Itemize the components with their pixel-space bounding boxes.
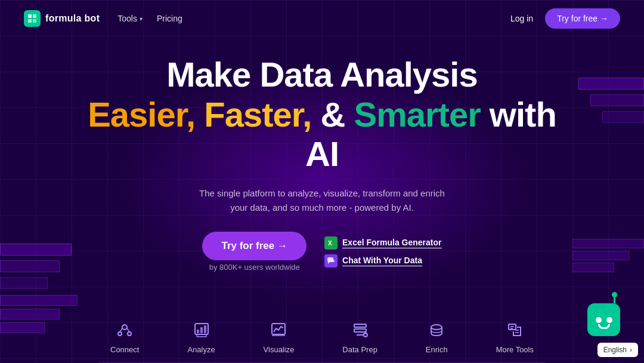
svg-rect-17: [272, 324, 285, 334]
robot-mouth: [598, 324, 610, 329]
svg-line-11: [120, 328, 122, 332]
robot-eye-right: [606, 317, 612, 323]
connect-icon: [117, 322, 132, 342]
data-prep-icon: [352, 322, 368, 342]
chat-data-label: Chat With Your Data: [342, 256, 422, 266]
nav-links: Tools ▾ Pricing: [117, 14, 182, 23]
hero-section: Make Data Analysis Easier, Faster, & Sma…: [0, 37, 644, 272]
svg-point-8: [122, 325, 127, 330]
chat-icon: [324, 254, 338, 267]
nav-try-button[interactable]: Try for free →: [545, 8, 620, 29]
robot-antenna: [614, 294, 615, 303]
users-text: by 800K+ users worldwide: [202, 263, 306, 272]
logo[interactable]: formula bot: [24, 10, 100, 27]
svg-point-9: [118, 332, 122, 336]
tab-visualize[interactable]: Visualize: [252, 316, 306, 362]
hero-title-ai: AI: [305, 134, 339, 173]
nav-left: formula bot Tools ▾ Pricing: [24, 10, 182, 27]
chat-data-link[interactable]: Chat With Your Data: [324, 254, 422, 267]
language-selector[interactable]: English ›: [597, 343, 638, 357]
feature-links: X Excel Formula Generator Chat With Your…: [324, 236, 442, 267]
svg-rect-16: [204, 325, 206, 333]
hero-title-line1: Make Data Analysis: [166, 55, 477, 94]
robot-eye-left: [596, 317, 602, 323]
excel-icon: X: [324, 236, 338, 250]
tab-analyze-label: Analyze: [187, 345, 215, 354]
cta-row: Try for free → by 800K+ users worldwide …: [12, 232, 632, 272]
analyze-icon: [194, 322, 209, 342]
language-label: English: [603, 346, 627, 354]
login-button[interactable]: Log in: [510, 14, 533, 23]
hero-title-connector: &: [320, 95, 354, 134]
hero-subtitle: The single platform to analyze, visualiz…: [197, 186, 447, 215]
robot-body: [587, 303, 620, 336]
svg-rect-0: [28, 14, 32, 18]
tab-enrich[interactable]: Enrich: [414, 316, 460, 362]
visualize-icon: [271, 322, 286, 342]
svg-point-21: [364, 333, 367, 337]
logo-text: formula bot: [45, 13, 100, 24]
svg-rect-1: [33, 14, 36, 18]
tab-more-tools-label: More Tools: [496, 345, 534, 354]
robot-mascot: [587, 303, 626, 345]
tab-list: Connect Analyze: [98, 316, 546, 363]
hero-title-smarter: Smarter: [354, 95, 480, 134]
tab-data-prep[interactable]: Data Prep: [330, 316, 389, 362]
robot-eyes: [596, 317, 612, 323]
svg-rect-15: [200, 327, 203, 333]
tab-connect[interactable]: Connect: [98, 316, 151, 362]
hero-title: Make Data Analysis Easier, Faster, & Sma…: [12, 55, 632, 174]
pricing-link[interactable]: Pricing: [157, 14, 182, 23]
tab-more-tools[interactable]: More Tools: [484, 316, 546, 362]
chevron-down-icon: ▾: [140, 16, 143, 22]
svg-rect-3: [33, 19, 36, 23]
svg-rect-20: [354, 329, 366, 332]
nav-right: Log in Try for free →: [510, 8, 620, 29]
tab-connect-label: Connect: [110, 345, 139, 354]
svg-rect-2: [28, 19, 32, 23]
tab-analyze[interactable]: Analyze: [175, 316, 227, 362]
hero-try-button[interactable]: Try for free →: [202, 232, 306, 260]
chevron-right-icon: ›: [630, 346, 632, 354]
tab-enrich-label: Enrich: [426, 345, 448, 354]
svg-point-10: [128, 332, 131, 336]
more-tools-icon: [507, 322, 522, 342]
enrich-icon: [429, 322, 444, 342]
svg-rect-19: [354, 324, 366, 327]
svg-point-24: [431, 325, 442, 330]
tab-visualize-label: Visualize: [264, 345, 295, 354]
svg-line-12: [127, 328, 129, 332]
svg-marker-6: [328, 262, 330, 264]
tools-menu[interactable]: Tools ▾: [117, 14, 143, 23]
navbar: formula bot Tools ▾ Pricing Log in Try f…: [0, 0, 644, 37]
hero-title-with: with: [490, 95, 556, 134]
svg-rect-7: [332, 260, 335, 262]
tab-data-prep-label: Data Prep: [342, 345, 377, 354]
logo-icon: [24, 10, 41, 27]
svg-text:X: X: [328, 240, 332, 247]
hero-title-faster: Faster,: [204, 95, 311, 134]
bottom-tabs: Connect Analyze: [0, 316, 644, 363]
svg-rect-14: [197, 330, 199, 333]
excel-formula-label: Excel Formula Generator: [342, 238, 442, 248]
hero-title-easier: Easier,: [88, 95, 195, 134]
excel-formula-link[interactable]: X Excel Formula Generator: [324, 236, 442, 250]
